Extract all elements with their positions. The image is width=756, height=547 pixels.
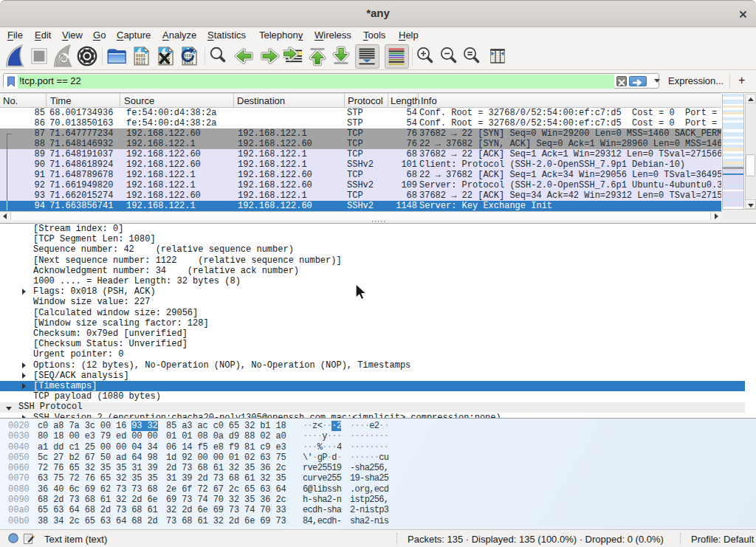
svg-text:0111: 0111: [136, 61, 146, 66]
